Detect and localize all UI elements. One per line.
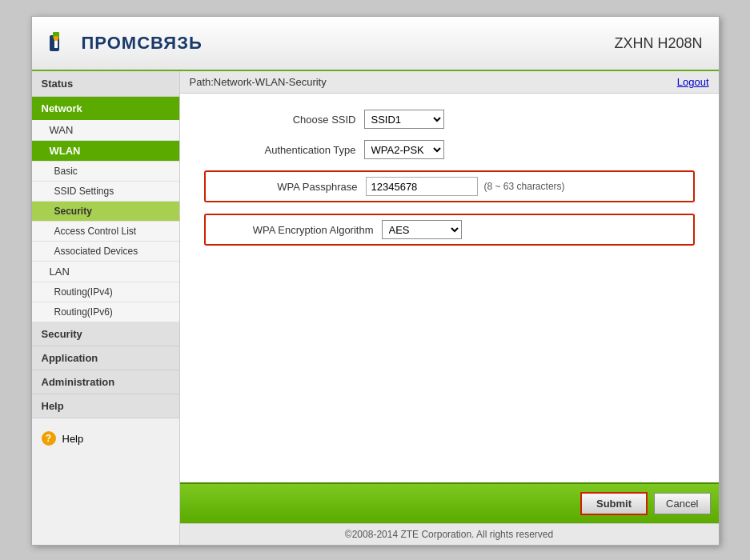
sidebar-item-lan[interactable]: LAN [32,262,179,282]
auth-type-label: Authentication Type [204,144,364,156]
sidebar-item-help[interactable]: Help [32,394,179,418]
encryption-highlight-box: WPA Encryption Algorithm AES TKIP TKIP+A… [204,214,695,246]
sidebar-item-routing-ipv4[interactable]: Routing(IPv4) [32,282,179,302]
form-area: Choose SSID SSID1 SSID2 SSID3 SSID4 Auth… [180,94,719,482]
path-bar: Path:Network-WLAN-Security Logout [180,71,719,94]
cancel-button[interactable]: Cancel [654,493,710,514]
passphrase-highlight-box: WPA Passphrase (8 ~ 63 characters) [204,170,695,202]
passphrase-input[interactable] [366,177,478,196]
sidebar-item-acl[interactable]: Access Control List [32,222,179,242]
sidebar-item-wan[interactable]: WAN [32,120,179,141]
logout-link[interactable]: Logout [677,76,709,88]
sidebar-item-security-wlan[interactable]: Security [32,202,179,222]
sidebar: Status Network WAN WLAN Basic SSID Setti… [32,71,180,545]
sidebar-item-assoc-devices[interactable]: Associated Devices [32,242,179,262]
sidebar-item-ssid-settings[interactable]: SSID Settings [32,182,179,202]
sidebar-item-basic[interactable]: Basic [32,162,179,182]
help-label: Help [62,433,84,445]
passphrase-label: WPA Passphrase [214,181,366,193]
choose-ssid-row: Choose SSID SSID1 SSID2 SSID3 SSID4 [204,110,695,129]
sidebar-help-footer[interactable]: ? Help [32,418,179,458]
sidebar-item-application[interactable]: Application [32,346,179,370]
encryption-select[interactable]: AES TKIP TKIP+AES [382,220,462,239]
sidebar-status[interactable]: Status [32,71,179,97]
logo-text: ПРОМСВЯЗЬ [82,33,203,54]
choose-ssid-select[interactable]: SSID1 SSID2 SSID3 SSID4 [364,110,444,129]
svg-point-3 [54,36,58,41]
device-name: ZXHN H208N [614,35,702,52]
bottom-bar: Submit Cancel [180,482,719,523]
header: ПРОМСВЯЗЬ ZXHN H208N [32,17,719,71]
encryption-label: WPA Encryption Algorithm [214,224,382,236]
sidebar-item-wlan[interactable]: WLAN [32,141,179,162]
submit-button[interactable]: Submit [580,492,648,515]
logo-icon [48,30,74,56]
sidebar-item-routing-ipv6[interactable]: Routing(IPv6) [32,302,179,322]
choose-ssid-label: Choose SSID [204,114,364,126]
auth-type-row: Authentication Type WPA2-PSK WPA-PSK WEP… [204,140,695,159]
content-area: Path:Network-WLAN-Security Logout Choose… [180,71,719,545]
sidebar-item-administration[interactable]: Administration [32,370,179,394]
passphrase-hint: (8 ~ 63 characters) [484,181,565,192]
logo-area: ПРОМСВЯЗЬ [48,30,203,56]
breadcrumb: Path:Network-WLAN-Security [190,76,327,88]
auth-type-select[interactable]: WPA2-PSK WPA-PSK WEP None [364,140,444,159]
sidebar-item-network[interactable]: Network [32,97,179,120]
footer: ©2008-2014 ZTE Corporation. All rights r… [180,523,719,545]
sidebar-item-security[interactable]: Security [32,322,179,346]
help-icon: ? [42,431,56,446]
